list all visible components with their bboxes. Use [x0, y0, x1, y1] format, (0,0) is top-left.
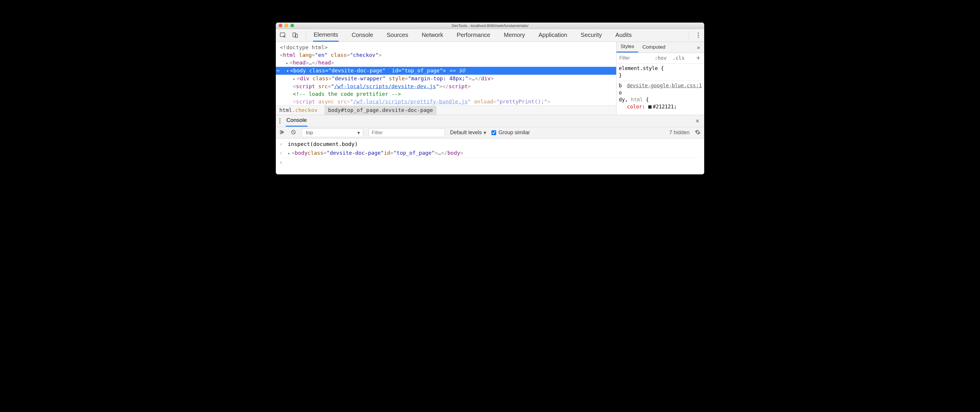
color-swatch-icon[interactable]	[648, 105, 652, 109]
styles-toolbar: :hov .cls +	[616, 53, 704, 63]
tab-audits[interactable]: Audits	[615, 29, 632, 41]
minimize-icon[interactable]	[285, 24, 288, 27]
svg-rect-0	[280, 33, 285, 36]
dom-tree[interactable]: <!doctype html> <html lang="en" class="c…	[276, 42, 616, 115]
tab-elements[interactable]: Elements	[313, 29, 339, 41]
side-tab-styles[interactable]: Styles	[616, 42, 638, 52]
traffic-lights	[279, 24, 294, 27]
dom-line[interactable]: <head>…</head>	[280, 59, 616, 67]
console-prompt[interactable]: ›	[279, 158, 701, 167]
clear-console-icon[interactable]	[291, 129, 296, 136]
tab-memory[interactable]: Memory	[503, 29, 525, 41]
panel-tabs: Elements Console Sources Network Perform…	[313, 29, 632, 41]
context-selector[interactable]: top	[302, 128, 363, 137]
close-icon[interactable]	[279, 24, 282, 27]
tab-performance[interactable]: Performance	[456, 29, 491, 41]
hov-toggle[interactable]: :hov	[652, 55, 670, 61]
tab-security[interactable]: Security	[580, 29, 602, 41]
rule-origin-link[interactable]: devsite-google-blue.css:1	[627, 82, 702, 89]
dom-line[interactable]: <script src="/wf-local/scripts/devsite-d…	[280, 82, 616, 90]
inspect-icon[interactable]	[279, 32, 286, 39]
rule-body-html[interactable]: bdevsite-google-blue.css:1 o dy, html { …	[619, 81, 702, 110]
main-toolbar: Elements Console Sources Network Perform…	[276, 29, 704, 42]
cls-toggle[interactable]: .cls	[670, 55, 687, 61]
separator	[689, 31, 689, 39]
tab-sources[interactable]: Sources	[386, 29, 409, 41]
dom-line[interactable]: <script async src="/wf-local/scripts/pre…	[280, 98, 616, 106]
breadcrumb: html.checkov body#top_of_page.devsite-do…	[276, 106, 616, 115]
svg-rect-3	[280, 130, 281, 134]
console-drawer: Console × top Default levels Group simil…	[276, 115, 704, 174]
console-filter-input[interactable]	[369, 128, 445, 137]
rule-element-style[interactable]: element.style { }	[619, 65, 702, 79]
console-row[interactable]: › inspect(document.body)	[279, 140, 701, 149]
tab-network[interactable]: Network	[421, 29, 444, 41]
crumb-html[interactable]: html.checkov	[276, 106, 325, 115]
group-similar-checkbox[interactable]: Group similar	[492, 130, 530, 136]
console-row[interactable]: ‹ <body class="devsite-doc-page" id="top…	[279, 149, 701, 158]
tab-application[interactable]: Application	[538, 29, 568, 41]
side-tab-computed[interactable]: Computed	[638, 43, 669, 52]
console-toolbar: top Default levels Group similar 7 hidde…	[276, 127, 704, 139]
console-settings-icon[interactable]	[695, 129, 701, 136]
log-levels-selector[interactable]: Default levels	[450, 130, 486, 136]
dom-line[interactable]: <div class="devsite-wrapper" style="marg…	[280, 75, 616, 82]
drawer-close-icon[interactable]: ×	[694, 117, 701, 125]
drawer-tab-console[interactable]: Console	[286, 115, 307, 127]
style-rules[interactable]: element.style { } bdevsite-google-blue.c…	[616, 63, 704, 113]
hidden-count[interactable]: 7 hidden	[669, 130, 689, 136]
window-title: DevTools - localhost:8080/web/fundamenta…	[276, 24, 704, 28]
side-tab-more-icon[interactable]: »	[693, 44, 704, 51]
styles-sidebar: Styles Computed » :hov .cls + element.st…	[616, 42, 704, 115]
more-icon[interactable]	[696, 33, 701, 38]
styles-filter-input[interactable]	[616, 54, 652, 62]
zoom-icon[interactable]	[291, 24, 294, 27]
drawer-more-icon[interactable]	[279, 118, 280, 124]
device-toggle-icon[interactable]	[292, 32, 299, 39]
console-output[interactable]: › inspect(document.body) ‹ <body class="…	[276, 139, 704, 174]
dom-line[interactable]: <!doctype html>	[280, 44, 616, 51]
crumb-body[interactable]: body#top_of_page.devsite-doc-page	[325, 106, 437, 115]
sidebar-tabs: Styles Computed »	[616, 42, 704, 53]
titlebar: DevTools - localhost:8080/web/fundamenta…	[276, 22, 704, 29]
drawer-tabs: Console ×	[276, 115, 704, 127]
dom-line-selected[interactable]: ⋯ <body class="devsite-doc-page" id="top…	[276, 67, 616, 75]
dom-line[interactable]: <!-- loads the code prettifier -->	[280, 90, 616, 98]
devtools-window: DevTools - localhost:8080/web/fundamenta…	[276, 22, 704, 174]
dom-line[interactable]: <html lang="en" class="checkov">	[280, 51, 616, 59]
new-rule-icon[interactable]: +	[692, 54, 704, 62]
elements-panel: <!doctype html> <html lang="en" class="c…	[276, 42, 704, 115]
step-icon[interactable]	[279, 129, 285, 136]
tab-console[interactable]: Console	[351, 29, 374, 41]
